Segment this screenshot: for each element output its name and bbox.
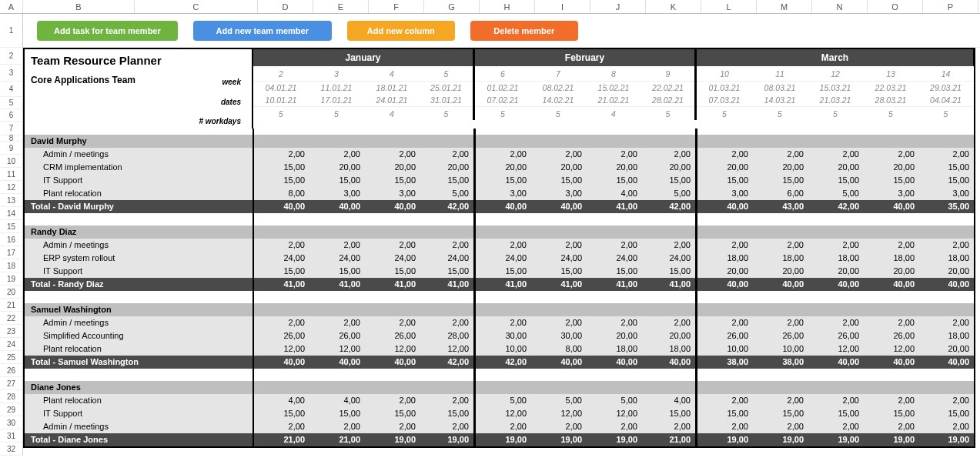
- cell[interactable]: 15,00: [697, 407, 753, 420]
- cell[interactable]: 2,00: [808, 148, 864, 161]
- cell[interactable]: 21,00: [309, 433, 365, 446]
- cell[interactable]: 24,00: [309, 252, 365, 265]
- cell[interactable]: 2,00: [587, 420, 642, 433]
- cell[interactable]: 2,00: [531, 420, 587, 433]
- row-header-13[interactable]: 13: [0, 194, 23, 207]
- cell[interactable]: 2,00: [587, 316, 642, 329]
- col-header-D[interactable]: D: [258, 0, 313, 13]
- row-header-24[interactable]: 24: [0, 338, 23, 351]
- cell[interactable]: 2,00: [254, 420, 309, 433]
- cell[interactable]: 21,00: [642, 433, 697, 446]
- col-header-I[interactable]: I: [535, 0, 590, 13]
- row-header-6[interactable]: 6: [0, 109, 23, 122]
- cell[interactable]: 2,00: [476, 239, 531, 252]
- cell[interactable]: 19,00: [531, 433, 587, 446]
- cell[interactable]: 5,00: [587, 394, 642, 407]
- cell[interactable]: 41,00: [476, 278, 531, 291]
- cell[interactable]: 2,00: [919, 316, 974, 329]
- cell[interactable]: 5,00: [808, 187, 864, 200]
- row-header-18[interactable]: 18: [0, 259, 23, 272]
- add-task-button[interactable]: Add task for team member: [37, 21, 178, 41]
- cell[interactable]: 20,00: [697, 161, 753, 174]
- cell[interactable]: 2,00: [309, 148, 365, 161]
- cell[interactable]: 2,00: [808, 420, 864, 433]
- cell[interactable]: 2,00: [420, 316, 476, 329]
- cell[interactable]: 2,00: [642, 148, 697, 161]
- cell[interactable]: 40,00: [753, 278, 808, 291]
- cell[interactable]: 15,00: [254, 161, 309, 174]
- cell[interactable]: 18,00: [587, 342, 642, 356]
- cell[interactable]: 20,00: [753, 265, 808, 278]
- row-header-11[interactable]: 11: [0, 168, 23, 181]
- add-column-button[interactable]: Add new column: [347, 21, 455, 41]
- cell[interactable]: 6,00: [753, 187, 808, 200]
- cell[interactable]: 2,00: [476, 420, 531, 433]
- cell[interactable]: 26,00: [365, 329, 420, 342]
- row-header-30[interactable]: 30: [0, 416, 23, 429]
- cell[interactable]: 2,00: [476, 316, 531, 329]
- cell[interactable]: 2,00: [808, 394, 864, 407]
- cell[interactable]: 2,00: [420, 394, 476, 407]
- cell[interactable]: 12,00: [808, 342, 864, 356]
- cell[interactable]: 15,00: [365, 407, 420, 420]
- cell[interactable]: 19,00: [864, 433, 919, 446]
- cell[interactable]: 19,00: [808, 433, 864, 446]
- cell[interactable]: 3,00: [365, 187, 420, 200]
- col-header-J[interactable]: J: [590, 0, 646, 13]
- cell[interactable]: 15,00: [808, 407, 864, 420]
- cell[interactable]: 2,00: [642, 316, 697, 329]
- add-member-button[interactable]: Add new team member: [193, 21, 332, 41]
- cell[interactable]: 15,00: [919, 407, 974, 420]
- row-header-27[interactable]: 27: [0, 377, 23, 390]
- row-header-4[interactable]: 4: [0, 82, 23, 97]
- row-header-12[interactable]: 12: [0, 181, 23, 194]
- col-header-N[interactable]: N: [812, 0, 868, 13]
- cell[interactable]: 40,00: [531, 356, 587, 369]
- cell[interactable]: 38,00: [753, 356, 808, 369]
- cell[interactable]: 30,00: [531, 329, 587, 342]
- cell[interactable]: 15,00: [254, 407, 309, 420]
- cell[interactable]: 40,00: [919, 278, 974, 291]
- cell[interactable]: 40,00: [697, 278, 753, 291]
- cell[interactable]: 18,00: [753, 252, 808, 265]
- cell[interactable]: 12,00: [864, 342, 919, 356]
- cell[interactable]: 20,00: [864, 265, 919, 278]
- cell[interactable]: 35,00: [919, 200, 974, 213]
- row-header-29[interactable]: 29: [0, 403, 23, 416]
- cell[interactable]: 18,00: [808, 252, 864, 265]
- cell[interactable]: 40,00: [309, 200, 365, 213]
- cell[interactable]: 12,00: [476, 407, 531, 420]
- cell[interactable]: 2,00: [365, 148, 420, 161]
- cell[interactable]: 41,00: [531, 278, 587, 291]
- cell[interactable]: 2,00: [531, 316, 587, 329]
- cell[interactable]: 20,00: [864, 161, 919, 174]
- col-header-C[interactable]: C: [135, 0, 258, 13]
- row-header-20[interactable]: 20: [0, 286, 23, 299]
- cell[interactable]: 12,00: [531, 407, 587, 420]
- cell[interactable]: 19,00: [420, 433, 476, 446]
- cell[interactable]: 20,00: [808, 161, 864, 174]
- cell[interactable]: 2,00: [919, 420, 974, 433]
- cell[interactable]: 15,00: [753, 407, 808, 420]
- cell[interactable]: 15,00: [365, 174, 420, 187]
- cell[interactable]: 3,00: [531, 187, 587, 200]
- cell[interactable]: 2,00: [309, 316, 365, 329]
- col-header-L[interactable]: L: [701, 0, 757, 13]
- cell[interactable]: 15,00: [476, 174, 531, 187]
- cell[interactable]: 20,00: [531, 161, 587, 174]
- col-header-F[interactable]: F: [369, 0, 424, 13]
- cell[interactable]: 2,00: [309, 420, 365, 433]
- cell[interactable]: 15,00: [254, 174, 309, 187]
- col-header-G[interactable]: G: [424, 0, 480, 13]
- row-header-5[interactable]: 5: [0, 97, 23, 109]
- cell[interactable]: 2,00: [697, 316, 753, 329]
- col-header-B[interactable]: B: [23, 0, 135, 13]
- cell[interactable]: 12,00: [309, 342, 365, 356]
- cell[interactable]: 12,00: [365, 342, 420, 356]
- cell[interactable]: 15,00: [642, 407, 697, 420]
- cell[interactable]: 2,00: [531, 239, 587, 252]
- row-header-2[interactable]: 2: [0, 48, 23, 65]
- cell[interactable]: 21,00: [254, 433, 309, 446]
- cell[interactable]: 2,00: [753, 316, 808, 329]
- row-header-15[interactable]: 15: [0, 220, 23, 233]
